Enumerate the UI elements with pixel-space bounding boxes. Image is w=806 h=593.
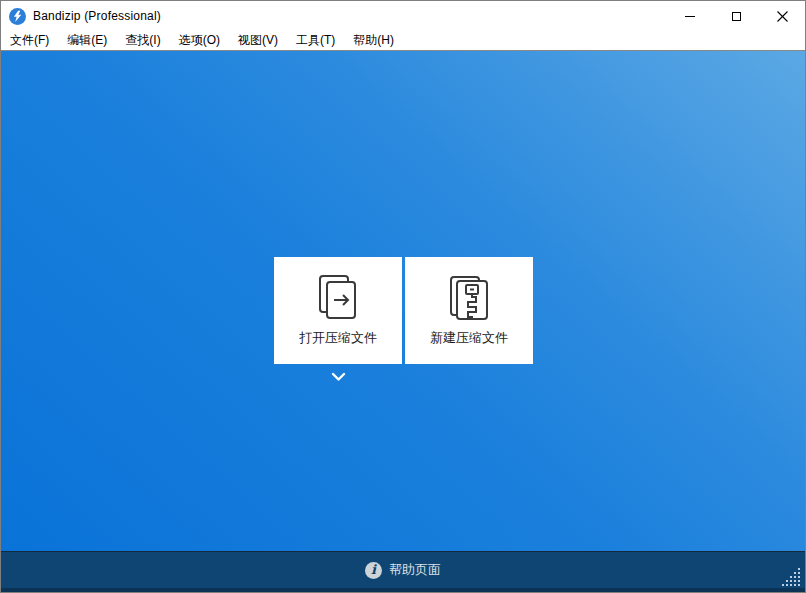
open-archive-card[interactable]: 打开压缩文件 — [274, 257, 402, 364]
new-archive-label: 新建压缩文件 — [430, 329, 508, 347]
window-title: Bandizip (Professional) — [33, 9, 161, 23]
new-archive-card[interactable]: 新建压缩文件 — [405, 257, 533, 364]
bandizip-window: Bandizip (Professional) 文件(F) 编辑(E) 查找(I… — [0, 0, 806, 593]
minimize-icon — [685, 16, 695, 17]
menu-item-help[interactable]: 帮助(H) — [344, 30, 403, 52]
menu-item-view[interactable]: 视图(V) — [229, 30, 287, 52]
maximize-icon — [732, 12, 741, 21]
open-archive-label: 打开压缩文件 — [299, 329, 377, 347]
title-bar: Bandizip (Professional) — [1, 1, 805, 31]
close-button[interactable] — [759, 1, 805, 31]
close-icon — [777, 11, 788, 22]
menu-item-tools[interactable]: 工具(T) — [287, 30, 344, 52]
help-page-button[interactable]: i 帮助页面 — [355, 558, 451, 582]
status-bar: i 帮助页面 — [1, 551, 805, 588]
new-archive-icon — [445, 273, 493, 321]
minimize-button[interactable] — [667, 1, 713, 31]
info-icon: i — [365, 562, 382, 579]
resize-grip[interactable] — [782, 568, 800, 586]
help-page-label: 帮助页面 — [389, 561, 441, 579]
menu-bar: 文件(F) 编辑(E) 查找(I) 选项(O) 视图(V) 工具(T) 帮助(H… — [1, 31, 805, 51]
main-area: 打开压缩文件 新建压缩文件 — [1, 51, 805, 551]
menu-item-options[interactable]: 选项(O) — [170, 30, 229, 52]
menu-item-edit[interactable]: 编辑(E) — [58, 30, 116, 52]
menu-item-file[interactable]: 文件(F) — [1, 30, 58, 52]
menu-item-find[interactable]: 查找(I) — [116, 30, 169, 52]
bottom-border-strip — [1, 588, 805, 593]
chevron-down-icon[interactable] — [331, 372, 346, 382]
open-archive-icon — [314, 273, 362, 321]
action-cards: 打开压缩文件 新建压缩文件 — [274, 257, 533, 364]
window-controls — [667, 1, 805, 31]
maximize-button[interactable] — [713, 1, 759, 31]
bandizip-logo-icon — [9, 8, 26, 25]
